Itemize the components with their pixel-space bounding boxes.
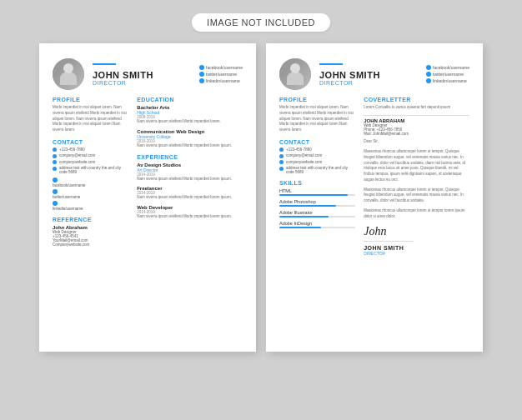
sig-name: JOHN SMITH — [364, 245, 469, 251]
contact-fb-icon — [53, 178, 58, 182]
contact2-address: address text with country the and city c… — [279, 166, 355, 174]
contact-li-icon — [53, 201, 58, 206]
coverletter-body: Profile Morbi imperdiet in nisi aliquet … — [279, 97, 469, 338]
skill-label-indesign: Adobe InDesign — [279, 221, 355, 226]
cl-address-email: Mail: JohnMail@email.com — [364, 132, 469, 136]
contact2-section: Contact +123-456-7890 company@email.com … — [279, 139, 355, 175]
experience-heading: Experience — [137, 154, 243, 160]
skill-label-photoshop: Adobe Photoshop — [279, 199, 355, 204]
cl-dear: Dear Sir, — [364, 139, 469, 145]
social-links: facebook/username twitter/username linke… — [199, 65, 243, 83]
cl-body1: Maecenas rhoncus ullamcorper lorem ut te… — [364, 149, 469, 183]
profile-text: Morbi imperdiet in nisi aliquet lorem. N… — [53, 105, 128, 133]
contact-facebook: facebook/username — [53, 178, 128, 188]
skill-bar-bg-html — [279, 194, 355, 196]
social-item-facebook: facebook/username — [199, 65, 243, 70]
edu-entry-0: Bachelor Arts High School 2009-2019 Nam … — [137, 105, 243, 125]
exp-entry-2: Web Developer 2014-2019 Nam viverra ipsu… — [137, 205, 243, 220]
skill-bar-bg-photoshop — [279, 205, 355, 207]
skill-bar-bg-illustrator — [279, 216, 355, 218]
resume-header: JOHN SMITH DIRECTOR facebook/username tw… — [53, 58, 243, 90]
social2-linkedin: linkedin/username — [426, 78, 469, 83]
skill-indesign: Adobe InDesign — [279, 221, 355, 228]
ref-website: Companywebsite.com — [53, 242, 128, 247]
contact-website: companywebsite.com — [53, 160, 128, 165]
skill-illustrator: Adobe Illustrator — [279, 210, 355, 218]
skills-heading: Skills — [279, 180, 355, 186]
contact-twitter: twitter/username — [53, 189, 128, 199]
profile2-heading: Profile — [279, 97, 355, 102]
phone-icon — [53, 148, 57, 152]
profile-heading: Profile — [53, 97, 128, 102]
right-column: Education Bachelor Arts High School 2009… — [137, 97, 243, 338]
skill-html: HTML — [279, 188, 355, 196]
coverletter-title: DIRECTOR — [319, 80, 418, 86]
social2-twitter: twitter/username — [426, 72, 469, 77]
reference-heading: Reference — [53, 217, 128, 222]
social2-facebook: facebook/username — [426, 65, 469, 70]
signature-block: John JOHN SMITH DIRECTOR — [364, 226, 469, 256]
edu-text-0: Nam viverra ipsum eleifend Morbi imperdi… — [137, 119, 243, 125]
facebook2-icon — [426, 65, 431, 70]
contact-phone: +123-456-7890 — [53, 148, 128, 152]
skill-bar-fill-photoshop — [279, 205, 336, 207]
education-section: Education Bachelor Arts High School 2009… — [137, 97, 243, 149]
cl-body3: Maecenas rhoncus ullamcorper lorem ut te… — [364, 208, 469, 220]
phone2-icon — [279, 148, 284, 152]
contact-tw-icon — [53, 189, 58, 194]
twitter2-label: twitter/username — [433, 72, 464, 77]
contact-linkedin: linkedin/username — [53, 201, 128, 211]
contact2-phone: +123-456-7890 — [279, 148, 355, 152]
profile2-text: Morbi imperdiet in nisi aliquet lorem. N… — [279, 105, 355, 133]
skill-bar-bg-indesign — [279, 227, 355, 228]
avatar — [53, 58, 84, 90]
sig-title: DIRECTOR — [364, 251, 469, 256]
documents-row: JOHN SMITH DIRECTOR facebook/username tw… — [39, 43, 483, 352]
edu-entry-1: Communication Web Design University Coll… — [137, 129, 243, 149]
contact-email: company@email.com — [53, 153, 128, 158]
skill-bar-fill-illustrator — [279, 216, 329, 218]
edu-text-1: Nam viverra ipsum eleifend Morbi imperdi… — [137, 143, 243, 149]
website-icon — [53, 160, 57, 164]
skills-section: Skills HTML Adobe Photoshop — [279, 180, 355, 228]
experience-section: Experience Av Design Studios Art Directo… — [137, 154, 243, 220]
coverletter-name: JOHN SMITH — [319, 70, 418, 80]
address2-icon — [279, 167, 284, 171]
avatar2 — [279, 58, 311, 90]
twitter-label: twitter/username — [206, 72, 237, 77]
website2-icon — [279, 160, 284, 164]
exp-text-2: Nam viverra ipsum eleifend Morbi imperdi… — [137, 214, 243, 220]
skill-bar-fill-indesign — [279, 227, 321, 228]
sig-divider — [364, 241, 414, 242]
exp-text-1: Nam viverra ipsum eleifend Morbi imperdi… — [137, 195, 243, 201]
reference-section: Reference John Abraham Web Designer +123… — [53, 217, 128, 247]
education-heading: Education — [137, 97, 243, 102]
contact-heading: Contact — [53, 139, 128, 145]
contact2-website: companywebsite.com — [279, 160, 355, 165]
linkedin2-icon — [426, 78, 431, 83]
linkedin2-label: linkedin/username — [433, 78, 467, 83]
resume-body: Profile Morbi imperdiet in nisi aliquet … — [53, 97, 243, 338]
contact-section: Contact +123-456-7890 company@email.com … — [53, 139, 128, 212]
linkedin-label: linkedin/username — [206, 78, 240, 83]
coverletter-intro: Lorem Convallis tu varius quaerat fert d… — [364, 105, 469, 111]
linkedin-icon — [199, 78, 204, 83]
name-block2: JOHN SMITH DIRECTOR — [319, 63, 418, 86]
resume-document: JOHN SMITH DIRECTOR facebook/username tw… — [39, 43, 256, 352]
skill-bar-fill-html — [279, 194, 348, 196]
exp-entry-1: Freelancer 2014-2019 Nam viverra ipsum e… — [137, 186, 243, 201]
cl-body2: Maecenas rhoncus ullamcorper lorem ut te… — [364, 188, 469, 204]
signature-image: John — [364, 226, 469, 238]
profile-section: Profile Morbi imperdiet in nisi aliquet … — [53, 97, 128, 133]
name-block: JOHN SMITH DIRECTOR — [93, 63, 191, 86]
email-icon — [53, 154, 57, 158]
left-column: Profile Morbi imperdiet in nisi aliquet … — [53, 97, 128, 338]
coverletter-header: JOHN SMITH DIRECTOR facebook/username tw… — [279, 58, 469, 90]
facebook-icon — [199, 65, 204, 70]
exp-entry-0: Av Design Studios Art Director 2014-2019… — [137, 162, 243, 182]
coverletter-document: JOHN SMITH DIRECTOR facebook/username tw… — [266, 43, 483, 352]
resume-name: JOHN SMITH — [93, 70, 191, 80]
contact2-heading: Contact — [279, 139, 355, 145]
exp-text-0: Nam viverra ipsum eleifend Morbi imperdi… — [137, 177, 243, 182]
twitter2-icon — [426, 72, 431, 77]
